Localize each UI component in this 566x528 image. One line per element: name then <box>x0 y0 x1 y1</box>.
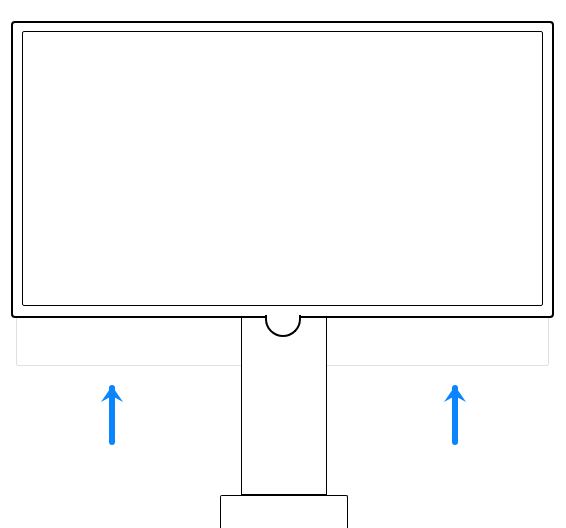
stand-base <box>220 495 348 528</box>
arrow-up-right-icon <box>440 384 470 446</box>
display-screen <box>22 31 543 306</box>
arrow-up-left-icon <box>97 384 127 446</box>
monitor-height-adjust-diagram <box>0 0 566 528</box>
